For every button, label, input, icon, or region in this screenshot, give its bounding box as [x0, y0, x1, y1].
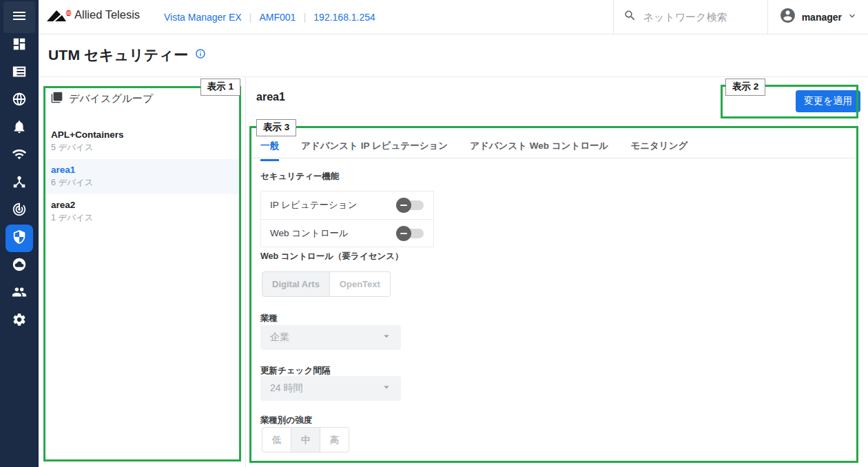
track-changes-icon [12, 202, 27, 220]
provider-opentext-button[interactable]: OpenText [330, 271, 391, 297]
shield-icon [12, 229, 27, 247]
menu-icon [11, 8, 28, 27]
annotation-label-1: 表示 1 [200, 79, 240, 96]
search-input[interactable] [643, 11, 754, 23]
brand-logo: Allied Telesis [39, 6, 156, 29]
top-bar: Allied Telesis Vista Manager EX | AMF001… [39, 0, 868, 34]
device-group-list: APL+Containers 5 デバイス area1 6 デバイス area2… [45, 124, 240, 229]
update-interval-label: 更新チェック間隔 [260, 365, 330, 377]
sidebar-item-wireless[interactable] [6, 142, 33, 169]
group-device-count: 1 デバイス [51, 212, 240, 224]
layers-icon [51, 92, 63, 105]
device-group-item-area2[interactable]: area2 1 デバイス [45, 194, 240, 229]
security-features-label: セキュリティー機能 [260, 171, 339, 183]
sidebar-item-cloud[interactable] [6, 252, 33, 280]
network-search [613, 0, 767, 34]
sidebar-item-asset-list[interactable] [6, 59, 33, 87]
sidebar-item-network-map[interactable] [6, 87, 33, 114]
group-name: APL+Containers [51, 129, 240, 140]
info-icon[interactable] [195, 48, 206, 62]
settings-tabs: 一般 アドバンスト IP レピュテーション アドバンスト Web コントロール … [251, 136, 857, 158]
tab-advanced-web-control[interactable]: アドバンスト Web コントロール [470, 136, 608, 161]
annotation-label-2: 表示 2 [725, 79, 765, 96]
group-device-count: 6 デバイス [51, 177, 240, 189]
dropdown-arrow-icon [380, 381, 393, 396]
ip-reputation-toggle[interactable] [399, 200, 424, 210]
gear-icon [12, 312, 27, 330]
avatar [779, 7, 796, 27]
update-interval-value: 24 時間 [270, 382, 302, 395]
sidebar-item-users[interactable] [6, 280, 33, 307]
web-control-toggle[interactable] [399, 229, 424, 238]
web-control-label: Web コントロール [270, 227, 349, 240]
apply-changes-button[interactable]: 変更を適用 [796, 90, 860, 112]
nav-rail [0, 0, 39, 467]
divider: | [249, 11, 252, 23]
group-name: area1 [51, 165, 240, 175]
wifi-icon [12, 147, 27, 165]
device-group-header: デバイスグループ [51, 92, 153, 105]
annotation-label-3: 表示 3 [256, 119, 296, 136]
sidebar-item-network-services[interactable] [6, 169, 33, 197]
industry-label: 業種 [260, 313, 278, 324]
sidebar-item-events[interactable] [6, 114, 33, 142]
page-title: UTM セキュリティー [48, 45, 188, 65]
selected-group-title: area1 [256, 91, 285, 103]
device-hub-icon [12, 174, 27, 192]
web-control-provider-group: Digital Arts OpenText [262, 271, 391, 297]
globe-icon [12, 92, 27, 110]
dashboard-icon [12, 37, 27, 54]
tab-general[interactable]: 一般 [260, 136, 279, 161]
industry-select[interactable]: 企業 [260, 325, 401, 350]
web-control-license-label: Web コントロール（要ライセンス） [260, 251, 404, 262]
industry-strength-label: 業種別の強度 [260, 415, 312, 426]
panel-divider [245, 77, 246, 467]
device-group-item-apl-containers[interactable]: APL+Containers 5 デバイス [45, 124, 240, 159]
provider-digital-arts-button[interactable]: Digital Arts [262, 271, 330, 297]
user-menu[interactable]: manager [767, 0, 868, 34]
security-features-panel: IP レピュテーション Web コントロール [260, 191, 434, 247]
update-interval-select[interactable]: 24 時間 [260, 376, 401, 401]
toggle-knob [396, 226, 411, 241]
strength-high-button[interactable]: 高 [320, 427, 349, 453]
search-icon [623, 9, 637, 25]
industry-value: 企業 [270, 331, 289, 344]
users-icon [12, 284, 27, 302]
link-amf-network[interactable]: AMF001 [260, 12, 296, 23]
group-name: area2 [51, 200, 240, 210]
sidebar-item-sdwan[interactable] [6, 197, 33, 225]
sidebar-item-settings[interactable] [6, 307, 33, 335]
dropdown-arrow-icon [380, 330, 393, 345]
web-control-row: Web コントロール [261, 219, 433, 247]
link-controller-ip[interactable]: 192.168.1.254 [313, 12, 375, 23]
cloud-icon [12, 257, 27, 275]
toggle-knob [396, 198, 411, 213]
tab-monitoring[interactable]: モニタリング [630, 136, 688, 161]
group-device-count: 5 デバイス [51, 142, 240, 154]
tab-advanced-ip-reputation[interactable]: アドバンスト IP レピュテーション [301, 136, 448, 161]
device-group-item-area1[interactable]: area1 6 デバイス [45, 159, 240, 194]
sidebar-item-utm-security[interactable] [6, 225, 33, 252]
svg-text:Allied Telesis: Allied Telesis [74, 8, 140, 21]
content-top-divider [39, 76, 868, 77]
ip-reputation-row: IP レピュテーション [261, 191, 433, 219]
strength-medium-button[interactable]: 中 [291, 427, 320, 453]
ip-reputation-label: IP レピュテーション [270, 199, 357, 211]
sidebar-item-dashboard[interactable] [6, 32, 33, 59]
bell-icon [12, 119, 27, 137]
list-icon [12, 64, 27, 82]
link-vista-manager[interactable]: Vista Manager EX [164, 12, 242, 23]
chevron-down-icon [847, 11, 857, 23]
allied-telesis-logo-icon: Allied Telesis [45, 6, 156, 29]
strength-low-button[interactable]: 低 [262, 427, 291, 453]
divider: | [303, 11, 306, 23]
menu-button[interactable] [3, 1, 35, 33]
device-group-title: デバイスグループ [69, 92, 153, 105]
strength-group: 低 中 高 [262, 427, 349, 453]
user-name: manager [802, 12, 842, 23]
